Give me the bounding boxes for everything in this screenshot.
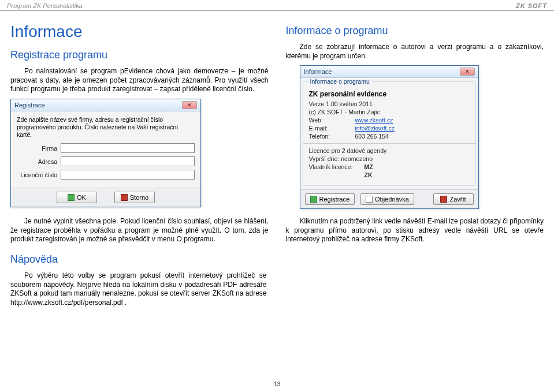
owner-val2: ZK <box>365 171 373 178</box>
page-title: Informace <box>10 23 269 41</box>
main-columns: Informace Registrace programu Po nainsta… <box>0 11 554 209</box>
registrace-paragraph: Po nainstalování se program pEvidence ch… <box>10 67 269 94</box>
product-name: ZK personální evidence <box>309 90 470 98</box>
close-btn-icon <box>440 196 447 203</box>
owner-key: Vlastník licence: <box>309 163 361 170</box>
registration-dialog: Registrace ✕ Zde napište název své firmy… <box>10 99 201 207</box>
check-icon <box>68 194 75 201</box>
mail-link[interactable]: info@zksoft.cz <box>355 125 395 132</box>
dialog-buttonbar: OK Storno <box>11 188 200 207</box>
info-buttonbar: Registrace Objednávka Zavřít <box>300 189 478 208</box>
mail-key: E-mail: <box>309 125 352 132</box>
napoveda-section: Nápověda Po výběru této volby se program… <box>0 244 277 307</box>
lic-line1: Licence pro 2 datové agendy <box>309 147 387 154</box>
registrace-label: Registrace <box>319 196 350 203</box>
info-group-title: Informace o programu <box>308 78 372 85</box>
left-column: Informace Registrace programu Po nainsta… <box>10 23 269 209</box>
tel-key: Telefon: <box>309 133 352 140</box>
web-key: Web: <box>309 117 352 124</box>
version-line: Verze 1.00 květen 2011 <box>309 100 373 107</box>
section-informace: Informace o programu <box>286 25 544 37</box>
tel-val: 603 266 154 <box>355 133 389 140</box>
mid-left: Je nutné vyplnit všechna pole. Pokud lic… <box>10 217 269 244</box>
cancel-icon <box>121 194 128 201</box>
objednavka-button[interactable]: Objednávka <box>360 193 414 205</box>
storno-button[interactable]: Storno <box>114 192 155 203</box>
label-lic: Licenční číslo <box>17 171 57 178</box>
page-header: Program ZK Personalistika ZK SOFT <box>0 0 554 11</box>
dialog-hint: Zde napište název své firmy, adresu a re… <box>17 116 195 139</box>
copyright-line: (c) ZK SOFT - Martin Zajíc <box>309 109 380 115</box>
dialog-titlebar: Registrace ✕ <box>11 99 200 111</box>
order-icon <box>366 196 373 203</box>
label-adresa: Adresa <box>17 158 57 165</box>
ok-button[interactable]: OK <box>57 192 97 203</box>
close-icon[interactable]: ✕ <box>460 68 475 76</box>
info-groupbox: Informace o programu ZK personální evide… <box>303 81 476 186</box>
adresa-input[interactable] <box>61 156 195 166</box>
owner-val: MZ <box>365 163 373 170</box>
close-icon[interactable]: ✕ <box>182 101 197 109</box>
ok-label: OK <box>77 194 86 201</box>
informace-paragraph: Zde se zobrazují informace o autorovi a … <box>286 43 544 61</box>
napoveda-paragraph: Po výběru této volby se program pokusí o… <box>10 271 267 307</box>
lic-input[interactable] <box>61 170 195 180</box>
label-firma: Firma <box>17 145 57 152</box>
right-column: Informace o programu Zde se zobrazují in… <box>286 23 544 209</box>
mid-right-text: Kliknutím na podtržený link vedle návěšt… <box>286 217 544 244</box>
separator <box>303 143 475 144</box>
dialog-body: Zde napište název své firmy, adresu a re… <box>11 111 200 188</box>
register-icon <box>310 196 317 203</box>
info-title: Informace <box>304 68 332 75</box>
info-titlebar: Informace ✕ <box>300 66 478 78</box>
web-link[interactable]: www.zksoft.cz <box>355 117 393 124</box>
header-right: ZK SOFT <box>516 2 547 9</box>
mid-right: Kliknutím na podtržený link vedle návěšt… <box>286 217 544 244</box>
zavrit-button[interactable]: Zavřít <box>433 193 474 205</box>
zavrit-label: Zavřít <box>449 196 466 203</box>
lic-line2: Vyprší dne: neomezeno <box>309 155 373 162</box>
mid-left-text: Je nutné vyplnit všechna pole. Pokud lic… <box>10 217 269 244</box>
mid-paragraph-row: Je nutné vyplnit všechna pole. Pokud lic… <box>0 209 554 244</box>
firma-input[interactable] <box>61 143 195 153</box>
dialog-title: Registrace <box>14 102 45 109</box>
storno-label: Storno <box>130 194 148 201</box>
info-dialog: Informace ✕ Informace o programu ZK pers… <box>300 65 479 209</box>
header-left: Program ZK Personalistika <box>7 2 83 9</box>
section-napoveda: Nápověda <box>10 253 267 266</box>
section-registrace: Registrace programu <box>10 49 269 61</box>
objednavka-label: Objednávka <box>375 196 409 203</box>
page-number: 13 <box>0 380 554 387</box>
registrace-button[interactable]: Registrace <box>305 193 355 205</box>
